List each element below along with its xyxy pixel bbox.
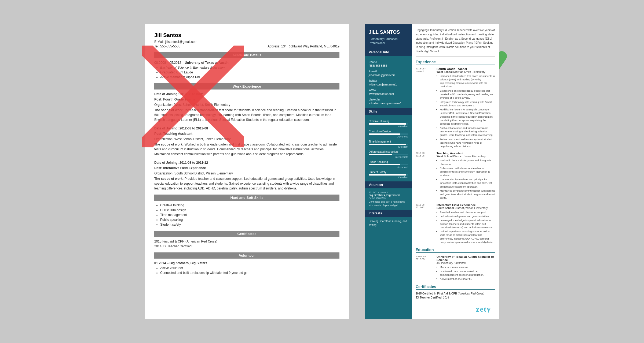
skills-section-right: Creative Thinking Excellent Curriculum D… — [365, 115, 412, 181]
exp-org-1: West School District, Jones Elementary — [437, 155, 495, 158]
cert-1: 2015 First aid & CPR (American Red Cross… — [154, 239, 339, 244]
experience-list: 2013-08 -present Fourth Grade Teacher We… — [416, 67, 495, 245]
volunteer-bullet-2: Connected and built a relationship with … — [160, 270, 339, 275]
edu-bullet: Active member of Alpha Phi. — [440, 277, 495, 281]
work-1-date: Date of Joining: 2013-08 to now — [154, 92, 339, 96]
skill-name-2: Time Management — [369, 140, 408, 143]
linkedin-label: LinkedIn — [369, 98, 408, 101]
main-container: Jill Santos E-Mail: jillsantos1@gmail.co… — [134, 13, 510, 330]
edu-bullets-0: Minor in communications.Graduated Cum La… — [440, 265, 495, 281]
right-resume-wrapper: JILL SANTOS Elementary Education Profess… — [365, 24, 499, 319]
volunteer-section-header: Volunteer — [154, 252, 339, 259]
certificates-list: 2015 Certified in First Aid & CPR (Ameri… — [416, 292, 495, 299]
volunteer-section-right: 2014-01 - present Big Brothers, Big Sist… — [365, 188, 412, 210]
cert-entry-1: TX Teacher Certified, 2014 — [416, 296, 495, 299]
right-sidebar: JILL SANTOS Elementary Education Profess… — [365, 24, 412, 319]
experience-title: Experience — [416, 60, 495, 65]
email-label: E-Mail: — [154, 40, 164, 44]
skill-item-4: Public Speaking Advanced — [369, 161, 408, 169]
www-label: WWW — [369, 89, 408, 92]
skill-bar-bg-4 — [369, 164, 408, 165]
skill-name-5: Student Safety — [369, 171, 408, 174]
zety-watermark: zety — [476, 305, 491, 314]
skill-name-0: Creative Thinking — [369, 120, 408, 123]
exp-date-2: 2011-08 -2011-12 — [416, 203, 434, 209]
edu-field-0: in Elementary Education — [437, 262, 495, 264]
exp-entry-1: 2012-08 -2013-08 Teaching Assistant West… — [416, 152, 495, 200]
edu-title-0: University of Texas at Austin Bachelor o… — [437, 255, 495, 262]
certificates-title-right: Certificates — [416, 285, 495, 290]
left-email-row: E-Mail: jillsantos1@gmail.com — [154, 39, 339, 44]
skill-bar-fill-3 — [369, 154, 392, 155]
exp-bullets-0: Increased standardized test score for st… — [440, 74, 495, 148]
phone-value: (555) 555-5555 — [369, 64, 408, 68]
interests-section-right: Drawing, marathon running, and writing. — [365, 217, 412, 230]
left-address-row: Tel: 555-555-5555 Address: 134 Rightward… — [154, 44, 339, 48]
tel: Tel: 555-555-5555 — [154, 44, 180, 48]
work-entry-2: Date of Joining: 2012-08 to 2013-08 Post… — [154, 126, 339, 156]
edu-date-0: 2008-08 -2012-05 — [416, 255, 434, 260]
skill-bar-fill-4 — [369, 164, 400, 165]
edu-bullet: Minor in communications. — [440, 265, 495, 269]
volunteer-bullet-right-1: Connected and built a relationship with … — [369, 200, 408, 207]
sidebar-header: JILL SANTOS Elementary Education Profess… — [365, 24, 412, 49]
skills-section-header: Hard and Soft Skills — [154, 195, 339, 201]
work-3-date: Date of Joining: 2011-08 to 2011-12 — [154, 160, 339, 165]
phone-label: Phone — [369, 61, 408, 64]
volunteer-date-right: 2014-01 - present — [369, 191, 408, 194]
work-section-header: Work Experience — [154, 83, 339, 90]
skill-level-2: Excellent — [369, 146, 408, 148]
exp-date-1: 2012-08 -2013-08 — [416, 152, 434, 157]
www-value: www.janesantos.com — [369, 92, 408, 96]
work-2-date: Date of Joining: 2012-08 to 2013-08 — [154, 126, 339, 131]
work-3-org: Organization: South School District, Wil… — [154, 171, 339, 176]
skill-bar-fill-2 — [369, 144, 406, 145]
exp-bullet: Modified curriculum for a English Langua… — [440, 108, 495, 125]
exp-bullet: Leveraged knowledge in special education… — [440, 218, 495, 229]
education-list: 2008-08 -2012-05 University of Texas at … — [416, 255, 495, 281]
certs-section-header: Certificates — [154, 231, 339, 237]
skill-name-4: Public Speaking — [369, 161, 408, 163]
cert-2: 2014 TX Teacher Certified — [154, 244, 339, 249]
personal-info-title: Personal Info — [365, 49, 412, 56]
exp-org-2: South School District, Wilson Elementary — [437, 207, 495, 210]
work-1-scope: The scope of work: Increased standardize… — [154, 108, 339, 122]
academic-content: 08.2008 – 05.2012 – University of Texas … — [154, 60, 339, 80]
skill-1: Creative thinking — [160, 203, 339, 208]
exp-bullet: Integrated technology into learning with… — [440, 100, 495, 107]
skills-title-right: Skills — [365, 108, 412, 115]
education-title: Education — [416, 248, 495, 253]
email-label-right: E-mail — [369, 70, 408, 73]
skill-5: Student safety — [160, 222, 339, 227]
skill-item-0: Creative Thinking Excellent — [369, 120, 408, 128]
skill-level-3: Intermediate — [369, 156, 408, 158]
skill-level-4: Advanced — [369, 166, 408, 169]
volunteer-role-right: Active Volunteer — [369, 197, 408, 199]
work-3-scope: The scope of work: Provided teacher and … — [154, 176, 339, 191]
skill-item-2: Time Management Excellent — [369, 140, 408, 148]
volunteer-bullets: Active volunteer Connected and built a r… — [160, 266, 339, 275]
twitter-value: twitter.com/janesantos1 — [369, 83, 408, 87]
address: Address: 134 Rightward Way Portland, ME,… — [268, 44, 339, 48]
work-entry-3: Date of Joining: 2011-08 to 2011-12 Post… — [154, 160, 339, 191]
twitter-label: Twitter — [369, 79, 408, 82]
resume-right: JILL SANTOS Elementary Education Profess… — [365, 24, 499, 319]
edu-content-0: University of Texas at Austin Bachelor o… — [437, 255, 495, 281]
exp-bullet: Established an extracurricular book club… — [440, 89, 495, 100]
academic-section-header: Academic Details — [154, 52, 339, 58]
skill-bar-bg-0 — [369, 123, 408, 125]
exp-bullets-2: Provided teacher and classroom support.L… — [440, 210, 495, 244]
exp-org-0: West School District, Smith Elementary — [437, 70, 495, 73]
resume-left: Jill Santos E-Mail: jillsantos1@gmail.co… — [145, 24, 349, 319]
skill-3: Time management — [160, 212, 339, 217]
linkedin-value: linkedin.com/in/janesantos1 — [369, 102, 408, 105]
exp-entry-0: 2013-08 -present Fourth Grade Teacher We… — [416, 67, 495, 149]
exp-date-0: 2013-08 -present — [416, 67, 434, 73]
exp-bullet: Led educational games and group activiti… — [440, 214, 495, 218]
exp-bullet: Trained and mentored two exceptional stu… — [440, 137, 495, 148]
exp-entry-2: 2011-08 -2011-12 Interactive Field Exper… — [416, 203, 495, 245]
skill-bar-bg-3 — [369, 154, 408, 155]
email-value: jillsantos1@gmail.com — [165, 40, 197, 44]
edu-bullet: Graduated Cum Laude; asked be commenceme… — [440, 270, 495, 277]
left-name: Jill Santos — [154, 32, 339, 38]
